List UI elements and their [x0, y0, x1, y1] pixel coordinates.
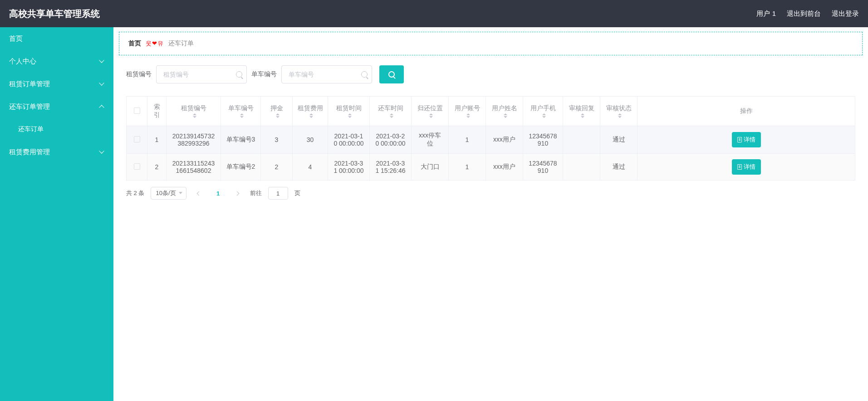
sort-icon	[390, 113, 393, 118]
cell-return-time: 2021-03-31 15:26:46	[370, 154, 412, 181]
cell-user-phone: 12345678910	[523, 126, 563, 154]
sort-icon	[618, 113, 622, 118]
row-checkbox[interactable]	[134, 136, 140, 142]
search-icon	[361, 71, 368, 78]
sidebar-item-home[interactable]: 首页	[0, 27, 113, 50]
sidebar-subitem-return-order[interactable]: 还车订单	[0, 118, 113, 141]
chevron-left-icon	[197, 191, 201, 196]
top-header: 高校共享单车管理系统 用户 1 退出到前台 退出登录	[0, 0, 868, 27]
col-return-loc[interactable]: 归还位置	[412, 97, 449, 126]
search-icon	[236, 71, 242, 78]
detail-button[interactable]: 详情	[732, 159, 761, 175]
sidebar-item-label: 租赁费用管理	[9, 148, 50, 156]
sort-icon	[542, 113, 546, 118]
cell-return-loc: 大门口	[412, 154, 449, 181]
breadcrumb-current: 还车订单	[168, 39, 194, 48]
cell-deposit: 3	[261, 126, 293, 154]
cell-rent-no: 202139145732382993296	[167, 126, 221, 154]
cell-user-phone: 12345678910	[523, 154, 563, 181]
sidebar-item-rental-order[interactable]: 租赁订单管理	[0, 73, 113, 95]
sort-icon	[581, 113, 584, 118]
cell-rent-time: 2021-03-31 00:00:00	[328, 154, 370, 181]
app-title: 高校共享单车管理系统	[9, 8, 100, 20]
col-return-time[interactable]: 还车时间	[370, 97, 412, 126]
data-table: 索引 租赁编号 单车编号 押金 租赁费用 租赁时间 还车时间 归还位置 用户账号…	[126, 96, 855, 181]
cell-return-time: 2021-03-20 00:00:00	[370, 126, 412, 154]
col-rent-fee[interactable]: 租赁费用	[293, 97, 328, 126]
cell-audit-status: 通过	[600, 154, 638, 181]
col-index: 索引	[147, 97, 167, 126]
col-action: 操作	[638, 97, 855, 126]
col-user-phone[interactable]: 用户手机	[523, 97, 563, 126]
chevron-up-icon	[99, 104, 104, 109]
col-bike-no[interactable]: 单车编号	[221, 97, 261, 126]
table-row: 1202139145732382993296单车编号33302021-03-10…	[127, 126, 855, 154]
sort-icon	[429, 113, 433, 118]
bike-no-input[interactable]	[281, 65, 372, 83]
sort-icon	[466, 113, 470, 118]
col-rent-time[interactable]: 租赁时间	[328, 97, 370, 126]
sidebar-item-label: 租赁订单管理	[9, 80, 50, 88]
rent-no-input-wrap	[156, 65, 247, 83]
chevron-down-icon	[99, 81, 104, 87]
document-icon	[737, 137, 742, 142]
filter-bar: 租赁编号 单车编号	[119, 65, 863, 83]
table-row: 22021331152431661548602单车编号2242021-03-31…	[127, 154, 855, 181]
col-deposit[interactable]: 押金	[261, 97, 293, 126]
col-audit-reply[interactable]: 审核回复	[563, 97, 600, 126]
cell-rent-fee: 30	[293, 126, 328, 154]
sort-icon	[309, 113, 313, 118]
pagination: 共 2 条 10条/页 1 前往 页	[119, 181, 863, 206]
cell-user-acct: 1	[449, 126, 486, 154]
sort-icon	[193, 113, 196, 118]
goto-label: 前往	[250, 189, 262, 197]
page-number-1[interactable]: 1	[212, 187, 225, 200]
header-user[interactable]: 用户 1	[756, 10, 776, 18]
chevron-down-icon	[99, 149, 104, 155]
search-icon	[388, 71, 395, 78]
logout-button[interactable]: 退出登录	[832, 10, 859, 18]
cell-bike-no: 单车编号3	[221, 126, 261, 154]
pagination-total: 共 2 条	[126, 189, 144, 197]
cell-user-name: xxx用户	[486, 126, 523, 154]
sort-icon	[504, 113, 507, 118]
search-button[interactable]	[379, 65, 404, 83]
breadcrumb: 首页 웃❤유 还车订单	[119, 32, 863, 55]
sort-icon	[240, 113, 244, 118]
prev-page-button[interactable]	[193, 187, 206, 200]
goto-page-input[interactable]	[268, 187, 288, 200]
rent-no-input[interactable]	[156, 65, 247, 83]
cell-rent-no: 2021331152431661548602	[167, 154, 221, 181]
row-checkbox[interactable]	[134, 163, 140, 170]
main-content: 首页 웃❤유 还车订单 租赁编号 单车编号	[113, 27, 868, 401]
select-all-checkbox[interactable]	[134, 108, 140, 114]
cell-audit-status: 通过	[600, 126, 638, 154]
cell-rent-fee: 4	[293, 154, 328, 181]
col-user-acct[interactable]: 用户账号	[449, 97, 486, 126]
cell-return-loc: xxx停车位	[412, 126, 449, 154]
col-audit-status[interactable]: 审核状态	[600, 97, 638, 126]
page-size-select[interactable]: 10条/页	[151, 187, 186, 200]
breadcrumb-home[interactable]: 首页	[128, 39, 141, 48]
cell-bike-no: 单车编号2	[221, 154, 261, 181]
sidebar-item-label: 个人中心	[9, 57, 36, 66]
cell-rent-time: 2021-03-10 00:00:00	[328, 126, 370, 154]
col-rent-no[interactable]: 租赁编号	[167, 97, 221, 126]
rent-no-label: 租赁编号	[126, 70, 152, 78]
chevron-right-icon	[235, 191, 240, 196]
sidebar-item-rental-fee[interactable]: 租赁费用管理	[0, 141, 113, 163]
sidebar-item-personal[interactable]: 个人中心	[0, 50, 113, 73]
chevron-down-icon	[99, 59, 104, 64]
cell-audit-reply	[563, 154, 600, 181]
exit-to-front-button[interactable]: 退出到前台	[787, 10, 821, 18]
sidebar-item-return-order[interactable]: 还车订单管理	[0, 95, 113, 118]
header-right: 用户 1 退出到前台 退出登录	[756, 10, 859, 18]
sidebar-item-label: 还车订单管理	[9, 103, 50, 111]
cell-audit-reply	[563, 126, 600, 154]
goto-suffix: 页	[294, 189, 300, 197]
cell-deposit: 2	[261, 154, 293, 181]
col-user-name[interactable]: 用户姓名	[486, 97, 523, 126]
next-page-button[interactable]	[231, 187, 244, 200]
detail-button[interactable]: 详情	[732, 132, 761, 147]
cell-index: 1	[147, 126, 167, 154]
